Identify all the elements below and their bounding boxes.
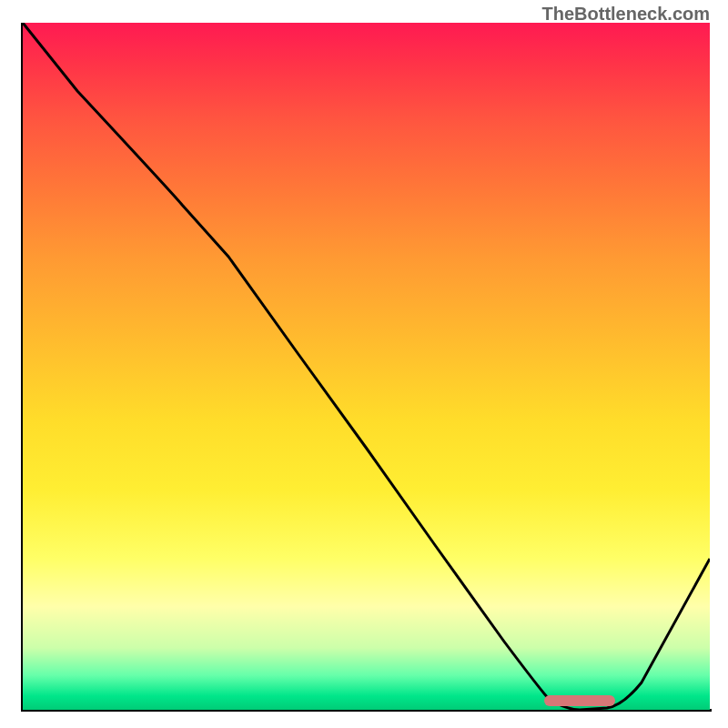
plot-area [23,23,710,710]
bottleneck-curve-path [23,23,710,710]
optimal-range-marker [544,695,615,706]
curve-layer [23,23,710,710]
chart-container: TheBottleneck.com [0,0,728,728]
watermark-label: TheBottleneck.com [542,4,710,25]
